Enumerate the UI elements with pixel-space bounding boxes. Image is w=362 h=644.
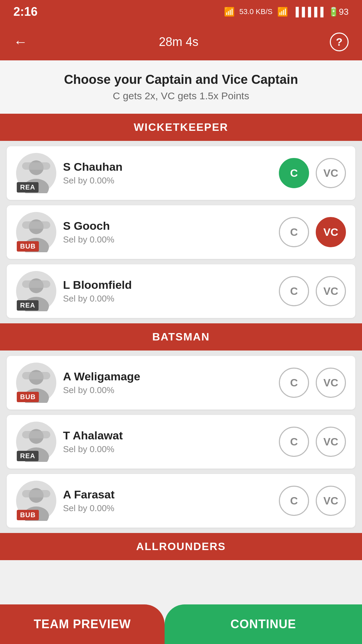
svg-rect-15 (22, 372, 50, 379)
player-info: L Bloomfield Sel by 0.00% (63, 278, 272, 304)
player-avatar-wrap: REA (16, 153, 56, 193)
title-section: Choose your Captain and Vice Captain C g… (0, 60, 362, 114)
player-info: T Ahalawat Sel by 0.00% (63, 429, 272, 454)
vice-captain-button[interactable]: VC (316, 158, 346, 188)
team-badge: BUB (17, 392, 39, 402)
player-card: REA L Bloomfield Sel by 0.00% C VC (7, 264, 355, 318)
player-card: REA S Chauhan Sel by 0.00% C VC (7, 146, 355, 200)
player-avatar-wrap: BUB (16, 212, 56, 252)
back-button[interactable]: ← (13, 34, 27, 50)
player-info: A Weligamage Sel by 0.00% (63, 370, 272, 395)
captain-button[interactable]: C (279, 217, 309, 247)
player-info: S Chauhan Sel by 0.00% (63, 160, 272, 186)
question-icon: ? (336, 36, 343, 48)
player-sel: Sel by 0.00% (63, 293, 272, 304)
captain-button[interactable]: C (279, 368, 309, 398)
player-name: T Ahalawat (63, 429, 272, 442)
player-avatar-wrap: BUB (16, 481, 56, 521)
wicketkeeper-list: REA S Chauhan Sel by 0.00% C VC BUB S Go… (0, 141, 362, 323)
team-badge: REA (17, 182, 39, 193)
player-avatar-wrap: REA (16, 422, 56, 462)
player-name: S Gooch (63, 219, 272, 232)
svg-rect-23 (22, 490, 50, 497)
player-actions: C VC (279, 276, 346, 306)
status-time: 2:16 (13, 5, 38, 19)
continue-button[interactable]: CONTINUE (165, 604, 362, 644)
status-icons: 📶 53.0 KB/S 📶 ▐▐▐▐▐ 🔋93 (224, 7, 349, 17)
wicketkeeper-label: WICKETKEEPER (134, 121, 228, 133)
team-badge: REA (17, 300, 39, 311)
player-actions: C VC (279, 427, 346, 457)
player-name: L Bloomfield (63, 278, 272, 291)
player-sel: Sel by 0.00% (63, 444, 272, 454)
help-button[interactable]: ? (330, 33, 349, 51)
player-info: A Farasat Sel by 0.00% (63, 488, 272, 514)
allrounders-header: ALLROUNDERS (0, 533, 362, 560)
player-card: BUB A Farasat Sel by 0.00% C VC (7, 474, 355, 528)
captain-button[interactable]: C (279, 158, 309, 188)
player-card: BUB A Weligamage Sel by 0.00% C VC (7, 356, 355, 410)
vice-captain-button[interactable]: VC (316, 217, 346, 247)
svg-rect-7 (22, 221, 50, 229)
svg-rect-19 (22, 431, 50, 438)
vice-captain-button[interactable]: VC (316, 486, 346, 516)
vice-captain-button[interactable]: VC (316, 427, 346, 457)
player-sel: Sel by 0.00% (63, 503, 272, 514)
status-bar: 2:16 📶 53.0 KB/S 📶 ▐▐▐▐▐ 🔋93 (0, 0, 362, 23)
vice-captain-button[interactable]: VC (316, 276, 346, 306)
captain-button[interactable]: C (279, 486, 309, 516)
player-info: S Gooch Sel by 0.00% (63, 219, 272, 245)
app-header: ← 28m 4s ? (0, 23, 362, 60)
batsman-label: BATSMAN (152, 331, 210, 343)
player-name: A Weligamage (63, 370, 272, 383)
team-preview-button[interactable]: TEAM PREVIEW (0, 604, 165, 644)
network-speed: 53.0 KB/S (239, 7, 273, 16)
wicketkeeper-header: WICKETKEEPER (0, 114, 362, 141)
player-avatar-wrap: REA (16, 271, 56, 311)
team-badge: REA (17, 451, 39, 461)
bluetooth-icon: 📶 (224, 7, 235, 17)
bottom-bar: TEAM PREVIEW CONTINUE (0, 604, 362, 644)
signal-icon: ▐▐▐▐▐ (293, 7, 323, 17)
player-actions: C VC (279, 158, 346, 188)
wifi-icon: 📶 (277, 7, 288, 17)
player-actions: C VC (279, 368, 346, 398)
team-badge: BUB (17, 510, 39, 520)
player-name: S Chauhan (63, 160, 272, 173)
battery-icon: 🔋93 (328, 7, 349, 17)
player-sel: Sel by 0.00% (63, 385, 272, 395)
allrounders-label: ALLROUNDERS (136, 540, 226, 552)
player-card: REA T Ahalawat Sel by 0.00% C VC (7, 415, 355, 469)
page-subtitle: C gets 2x, VC gets 1.5x Points (7, 90, 355, 102)
player-actions: C VC (279, 486, 346, 516)
player-sel: Sel by 0.00% (63, 234, 272, 245)
team-badge: BUB (17, 241, 39, 252)
player-name: A Farasat (63, 488, 272, 501)
captain-button[interactable]: C (279, 276, 309, 306)
batsman-header: BATSMAN (0, 323, 362, 351)
batsman-list: BUB A Weligamage Sel by 0.00% C VC REA T… (0, 351, 362, 533)
page-title: Choose your Captain and Vice Captain (7, 72, 355, 87)
player-sel: Sel by 0.00% (63, 175, 272, 186)
player-avatar-wrap: BUB (16, 363, 56, 403)
captain-button[interactable]: C (279, 427, 309, 457)
player-card: BUB S Gooch Sel by 0.00% C VC (7, 205, 355, 259)
svg-rect-3 (22, 162, 50, 170)
match-timer: 28m 4s (159, 35, 198, 49)
svg-rect-11 (22, 280, 50, 288)
vice-captain-button[interactable]: VC (316, 368, 346, 398)
player-actions: C VC (279, 217, 346, 247)
